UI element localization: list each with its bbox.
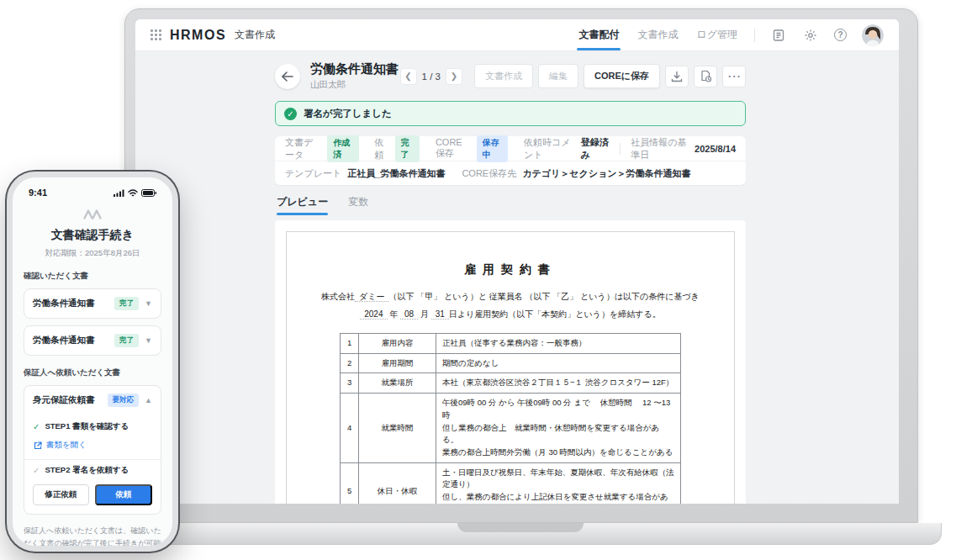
meta-value: カテゴリ＞セクション＞労働条件通知書	[522, 167, 690, 180]
row-label: 雇用内容	[359, 334, 436, 354]
metadata-row-2: テンプレート 正社員_労働条件通知書 CORE保存先 カテゴリ＞セクション＞労働…	[275, 161, 746, 185]
tab-preview[interactable]: プレビュー	[277, 195, 328, 215]
status-badge: 保存中	[477, 135, 508, 162]
signal-icon	[114, 189, 124, 197]
meta-label: 社員情報の基準日	[631, 136, 689, 161]
doc-card-2[interactable]: 労働条件通知書 完了 ▼	[24, 325, 161, 356]
chevron-down-icon[interactable]: ▼	[145, 299, 152, 308]
step2-label: STEP2 署名を依頼する	[45, 465, 129, 476]
row-content: 業務の都合上時間外労働（月 30 時間以内）を命じることがある	[442, 446, 674, 459]
intro-var-month: 08	[400, 309, 418, 320]
metadata-row-1: 文書データ 作成済 依頼 完了 CORE保存 保存中 依頼時コメント 登録済み	[275, 136, 746, 161]
nav-link-logs[interactable]: ログ管理	[695, 19, 739, 50]
meta-label: CORE保存	[436, 137, 471, 160]
request-button[interactable]: 依頼	[95, 484, 153, 505]
save-to-core-button[interactable]: COREに保存	[584, 64, 660, 88]
check-icon: ✓	[33, 466, 40, 475]
external-link-icon	[34, 441, 42, 450]
table-row: 1 雇用内容 正社員（従事する業務内容：一般事務）	[341, 334, 681, 354]
doc-name: 労働条件通知書	[33, 335, 95, 346]
intro-var-day: 31	[431, 309, 449, 320]
table-row: 4 就業時間 午後09時 00 分 から 午後09時 00 分 まで 休憩時間 …	[341, 394, 681, 463]
preview-panel: 雇用契約書 株式会社ダミー（以下 「甲」 という）と 従業員名 （以下 「乙」 …	[275, 220, 746, 504]
mobile-phone: 9:41 文書確認手続き 対応期限：2025年8月26日 確認いただく文書 労働…	[7, 172, 178, 552]
open-document-link[interactable]: 書類を開く	[34, 440, 152, 451]
nav-link-creation[interactable]: 文書作成	[636, 19, 679, 50]
row-content: 午後09時 00 分 から 午後09時 00 分 まで 休憩時間 12 〜13時	[442, 397, 674, 421]
row-label: 雇用期間	[359, 353, 436, 373]
doc-card-1[interactable]: 労働条件通知書 完了 ▼	[24, 288, 161, 319]
intro-text: 年	[389, 309, 398, 319]
tab-bar: プレビュー 変数	[275, 195, 746, 215]
document-header: 労働条件通知書 山田太郎 ❮ 1 / 3 ❯ 文書作成 編集 COREに保存	[275, 61, 746, 91]
laptop-notch	[457, 523, 584, 532]
row-number: 2	[341, 353, 359, 373]
tab-variables[interactable]: 変数	[348, 195, 368, 215]
top-navbar: HRMOS 文書作成 文書配付 文書作成 ログ管理 ?	[135, 19, 899, 51]
request-fix-button[interactable]: 修正依頼	[33, 484, 89, 505]
app-name: 文書作成	[235, 28, 275, 42]
row-content: 本社（東京都渋谷区渋谷２丁目１５−１ 渋谷クロスタワー 12F）	[442, 377, 674, 389]
guarantor-doc-header[interactable]: 身元保証依頼書 要対応 ▲	[24, 386, 161, 415]
section-confirm-docs: 確認いただく文書	[24, 271, 161, 282]
create-document-button[interactable]: 文書作成	[474, 64, 533, 88]
nav-link-distribution[interactable]: 文書配付	[577, 19, 621, 50]
back-button[interactable]	[275, 64, 300, 89]
row-content: 正社員（従事する業務内容：一般事務）	[442, 337, 674, 350]
table-row: 5 休日・休暇 土・日曜日及び祝祭日、年末年始、夏期休暇、年次有給休暇（法定通り…	[341, 462, 681, 504]
success-banner: ✓ 署名が完了しました	[275, 101, 746, 126]
guarantor-doc-card: 身元保証依頼書 要対応 ▲ ✓ STEP1 書類を確認する 書類を開く	[24, 385, 161, 515]
chevron-down-icon[interactable]: ▼	[145, 336, 152, 345]
app-grid-icon[interactable]	[151, 29, 161, 40]
download-icon[interactable]	[665, 66, 689, 87]
file-clock-icon[interactable]	[694, 66, 717, 87]
doc-name: 労働条件通知書	[33, 298, 95, 309]
doc-name: 身元保証依頼書	[33, 394, 95, 406]
document-page: 雇用契約書 株式会社ダミー（以下 「甲」 という）と 従業員名 （以下 「乙」 …	[286, 231, 735, 504]
employee-name: 山田太郎	[310, 79, 399, 91]
check-icon: ✓	[33, 422, 40, 431]
meta-label: テンプレート	[285, 167, 341, 180]
intro-var-year: 2024	[360, 309, 387, 320]
row-number: 5	[341, 462, 359, 504]
meta-label: CORE保存先	[462, 167, 516, 180]
divider	[754, 29, 755, 42]
section-guarantor-docs: 保証人へ依頼いただく文書	[24, 367, 161, 378]
banner-message: 署名が完了しました	[304, 108, 392, 120]
meta-label: 依頼	[374, 136, 388, 161]
check-circle-icon: ✓	[284, 108, 297, 120]
phone-page-title: 文書確認手続き	[24, 228, 161, 243]
contract-intro: 株式会社ダミー（以下 「甲」 という）と 従業員名 （以下 「乙」 という）は以…	[312, 288, 709, 323]
divider	[620, 143, 621, 155]
status-badge: 完了	[114, 297, 139, 310]
row-number: 4	[341, 394, 359, 463]
ellipsis-icon[interactable]: ⋯	[722, 66, 746, 87]
divider	[24, 459, 161, 460]
intro-var-company: ダミー	[355, 292, 388, 302]
page-indicator: 1 / 3	[422, 71, 441, 82]
chevron-left-icon[interactable]: ❮	[400, 68, 417, 85]
table-row: 3 就業場所 本社（東京都渋谷区渋谷２丁目１５−１ 渋谷クロスタワー 12F）	[341, 373, 681, 394]
edit-button[interactable]: 編集	[538, 64, 578, 88]
memo-icon[interactable]	[770, 27, 787, 44]
phone-statusbar: 9:41	[24, 186, 161, 198]
row-number: 1	[341, 334, 359, 354]
status-badge: 完了	[395, 135, 420, 162]
laptop-screen: HRMOS 文書作成 文書配付 文書作成 ログ管理 ?	[124, 8, 918, 523]
user-avatar[interactable]	[862, 24, 884, 46]
row-content: 期間の定めなし	[442, 357, 674, 370]
help-icon[interactable]: ?	[834, 29, 847, 41]
chevron-up-icon[interactable]: ▲	[145, 396, 152, 404]
status-badge: 完了	[114, 334, 139, 347]
row-number: 3	[341, 373, 359, 394]
hrmos-mark-icon	[24, 209, 161, 219]
gear-icon[interactable]	[802, 27, 819, 44]
row-content: 土・日曜日及び祝祭日、年末年始、夏期休暇、年次有給休暇（法定通り）	[442, 467, 674, 491]
chevron-right-icon[interactable]: ❯	[446, 68, 462, 85]
meta-value: 2025/8/14	[695, 144, 736, 154]
open-document-label: 書類を開く	[46, 440, 87, 451]
intro-text: 株式会社	[321, 292, 355, 301]
wifi-icon	[128, 189, 138, 197]
content-area: 労働条件通知書 山田太郎 ❮ 1 / 3 ❯ 文書作成 編集 COREに保存	[135, 51, 899, 504]
deadline-text: 対応期限：2025年8月26日	[24, 248, 161, 259]
